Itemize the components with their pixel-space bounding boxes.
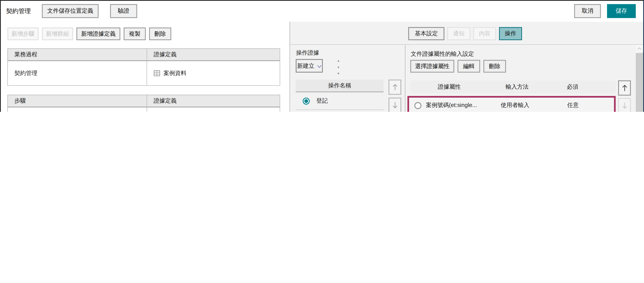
attribute-row[interactable]: 案例號碼(et:single...使用者輸入任意 — [409, 98, 614, 112]
evidence-cell[interactable]: 提案・介紹檔案 — [147, 107, 280, 112]
select-attribute-button[interactable]: 選擇證據屬性 — [410, 60, 454, 72]
col-required: 必須 — [556, 83, 589, 91]
tab-操作[interactable]: 操作 — [499, 27, 522, 40]
kebab-menu-icon[interactable] — [336, 60, 341, 74]
process-table-header: 業務過程 證據定義 — [8, 49, 280, 61]
operation-section-title: 操作證據 — [296, 49, 319, 57]
tab-strip: 基本設定通知內容操作 — [290, 22, 643, 45]
col-input-method: 輸入方法 — [492, 83, 542, 91]
cancel-button[interactable]: 取消 — [574, 4, 601, 18]
radio-cell — [414, 102, 426, 109]
toolbar-button-1: 新增群組 — [42, 27, 73, 40]
process-cell[interactable]: 契約管理 — [8, 61, 147, 85]
toolbar-button-3[interactable]: 複製 — [124, 27, 146, 40]
top-toolbar: 契約管理 文件儲存位置定義 驗證 取消 儲存 — [1, 1, 643, 22]
section-title: 文件證據屬性的輸入設定 — [411, 50, 474, 58]
attribute-name: 案例號碼(et:single... — [426, 102, 501, 109]
table-row: 契約管理 案例資料 — [8, 61, 280, 85]
evidence-label: 案例資料 — [164, 69, 186, 77]
radio-button[interactable] — [303, 97, 310, 104]
col-business-process: 業務過程 — [8, 49, 147, 60]
col-evidence-attribute: 證據屬性 — [418, 83, 480, 91]
col-evidence-definition: 證據定義 — [147, 95, 280, 107]
step-table: 步驟 證據定義 報價 提案・介紹檔案 報價單契約 訂購單 — [8, 95, 280, 112]
vertical-scrollbar[interactable] — [636, 45, 643, 112]
move-up-button — [388, 80, 401, 95]
operation-dropdown[interactable]: 新建立 — [296, 59, 323, 73]
col-step: 步驟 — [8, 95, 147, 107]
delete-button[interactable]: 刪除 — [484, 60, 506, 72]
toolbar-button-0: 新增步驟 — [8, 27, 39, 40]
operation-item[interactable]: 登記 — [296, 92, 384, 110]
table-icon — [154, 70, 160, 76]
tab-通知: 通知 — [447, 27, 470, 40]
input-method: 使用者輸入 — [501, 102, 567, 109]
move-down-button — [388, 98, 401, 112]
evidence-cell[interactable]: 案例資料 — [147, 61, 280, 85]
page-title: 契約管理 — [6, 7, 31, 15]
move-down-button[interactable] — [618, 98, 631, 112]
col-evidence-definition: 證據定義 — [147, 49, 280, 60]
operation-panel: 操作證據新建立操作名稱登記操作文件新建立操作名稱簽入下載內容檢視刪除顯示基本資訊 — [290, 45, 405, 112]
app-window: 契約管理 文件儲存位置定義 驗證 取消 儲存 新增步驟新增群組新增證據定義複製刪… — [0, 0, 644, 112]
validate-button[interactable]: 驗證 — [110, 4, 137, 18]
tab-基本設定[interactable]: 基本設定 — [408, 27, 444, 40]
tab-內容: 內容 — [473, 27, 496, 40]
dropdown-value: 新建立 — [297, 62, 314, 69]
chevron-down-icon — [317, 62, 321, 69]
toolbar-button-2[interactable]: 新增證據定義 — [76, 27, 120, 40]
scroll-up-icon[interactable] — [636, 45, 643, 52]
operation-list-header: 操作名稱 — [296, 80, 384, 92]
required-flag: 任意 — [567, 102, 579, 109]
evidence-stack: 提案・介紹檔案 報價單 — [147, 107, 280, 112]
save-button[interactable]: 儲存 — [607, 4, 636, 18]
storage-location-button[interactable]: 文件儲存位置定義 — [42, 4, 98, 18]
operation-list: 操作名稱登記 — [296, 80, 384, 110]
step-cell[interactable]: 報價 — [8, 107, 147, 112]
scrollbar-thumb[interactable] — [636, 53, 643, 112]
edit-button[interactable]: 編輯 — [458, 60, 480, 72]
radio-button[interactable] — [414, 102, 421, 109]
attribute-settings-panel: 文件證據屬性的輸入設定 選擇證據屬性 編輯 刪除 證據屬性 輸入方法 必須 案例… — [406, 45, 636, 112]
move-up-button[interactable] — [618, 80, 631, 96]
operation-item-label: 登記 — [316, 97, 328, 105]
step-table-header: 步驟 證據定義 — [8, 95, 280, 107]
step-row: 報價 提案・介紹檔案 報價單 — [8, 107, 280, 112]
toolbar-button-4[interactable]: 刪除 — [149, 27, 172, 40]
attribute-list-highlight: 案例號碼(et:single...使用者輸入任意案例名稱(et:single..… — [407, 96, 616, 112]
attribute-table-header: 證據屬性 輸入方法 必須 — [410, 80, 616, 93]
process-table: 業務過程 證據定義 契約管理 案例資料 — [8, 48, 280, 86]
